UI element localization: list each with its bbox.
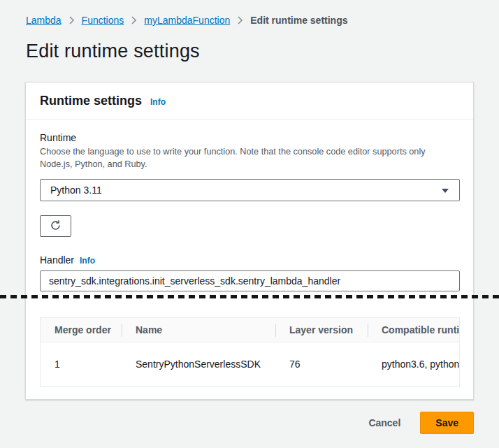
cancel-button[interactable]: Cancel (368, 417, 400, 428)
chevron-right-icon (237, 16, 243, 24)
runtime-settings-panel: Runtime settings Info Runtime Choose the… (25, 82, 474, 400)
panel-info-link[interactable]: Info (150, 97, 166, 107)
column-header-layer-version: Layer version (275, 318, 368, 342)
breadcrumb-lambda[interactable]: Lambda (26, 15, 62, 26)
layers-table: Merge order Name Layer version Compatibl… (40, 317, 460, 387)
refresh-icon (50, 219, 62, 233)
handler-field-label: Handler (40, 254, 74, 266)
runtime-select[interactable]: Python 3.11 (40, 179, 460, 201)
runtime-field-label: Runtime (40, 132, 459, 143)
form-actions: Cancel Save (368, 412, 474, 434)
runtime-field-description: Choose the language to use to write your… (40, 145, 459, 171)
table-row: 1 SentryPythonServerlessSDK 76 python3.6… (41, 342, 460, 387)
chevron-right-icon (68, 16, 75, 24)
refresh-runtimes-button[interactable] (40, 215, 71, 237)
cell-compatible-runtimes: python3.6, python (368, 342, 460, 387)
cell-layer-version: 76 (275, 342, 368, 387)
save-button[interactable]: Save (420, 412, 474, 434)
handler-input[interactable] (40, 270, 460, 291)
breadcrumb-current: Edit runtime settings (250, 15, 347, 26)
panel-header: Runtime settings Info (26, 82, 473, 120)
layers-table-header-row: Merge order Name Layer version Compatibl… (41, 318, 460, 342)
runtime-selected-value: Python 3.11 (50, 185, 102, 196)
panel-body: Runtime Choose the language to use to wr… (26, 120, 473, 399)
column-header-merge-order: Merge order (41, 318, 122, 342)
panel-title: Runtime settings (40, 82, 142, 120)
breadcrumb: Lambda Functions myLambdaFunction Edit r… (26, 15, 347, 26)
column-header-name: Name (122, 318, 275, 342)
caret-down-icon (441, 184, 449, 196)
edit-runtime-settings-page: Lambda Functions myLambdaFunction Edit r… (0, 0, 499, 448)
page-title: Edit runtime settings (26, 41, 200, 62)
breadcrumb-function-name[interactable]: myLambdaFunction (144, 15, 230, 26)
chevron-right-icon (131, 16, 137, 24)
cell-merge-order: 1 (41, 342, 122, 387)
breadcrumb-functions[interactable]: Functions (82, 15, 124, 26)
column-header-compatible-runtimes: Compatible runtimes (368, 318, 460, 342)
snip-dashed-line (0, 295, 499, 298)
handler-info-link[interactable]: Info (80, 256, 95, 266)
cell-layer-name: SentryPythonServerlessSDK (122, 342, 275, 387)
